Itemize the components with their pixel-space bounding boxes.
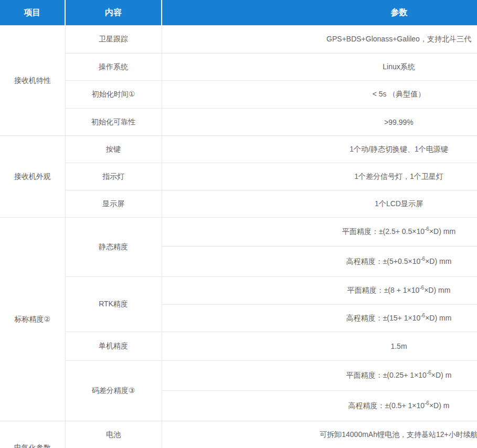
- param-cell: 1个差分信号灯，1个卫星灯: [162, 163, 477, 190]
- content-cell: 电池: [65, 421, 162, 448]
- superscript-exponent: -6: [425, 400, 429, 406]
- param-cell: 1个动/静态切换键、1个电源键: [162, 136, 477, 163]
- group-cell: 标称精度②: [0, 218, 65, 421]
- content-cell: 码差分精度③: [65, 361, 162, 421]
- table-row: 显示屏 1个LCD显示屏: [0, 190, 477, 218]
- param-text: 高程精度：±(0.5+ 1×10: [348, 401, 425, 410]
- spec-table: 项目 内容 参数 接收机特性 卫星跟踪 GPS+BDS+Glonass+Gali…: [0, 0, 477, 448]
- superscript-exponent: -6: [420, 256, 425, 262]
- group-cell: 接收机特性: [0, 26, 65, 136]
- param-cell: 1.5m: [162, 332, 477, 361]
- param-cell: 1个LCD显示屏: [162, 190, 477, 218]
- param-cell: < 5s （典型值）: [162, 81, 477, 109]
- content-cell: 卫星跟踪: [65, 26, 162, 54]
- group-cell: 接收机外观: [0, 136, 65, 218]
- param-cell: 高程精度：±(0.5+ 1×10-6×D) m: [162, 391, 477, 421]
- content-cell: 初始化时间①: [65, 81, 162, 109]
- param-text: ×D) mm: [424, 286, 450, 294]
- content-cell: RTK精度: [65, 277, 162, 332]
- superscript-exponent: -6: [425, 226, 429, 232]
- table-row: 单机精度 1.5m: [0, 332, 477, 361]
- column-header-content: 内容: [65, 0, 162, 26]
- superscript-exponent: -6: [427, 370, 431, 376]
- table-row: 初始化时间① < 5s （典型值）: [0, 81, 477, 109]
- param-cell: Linux系统: [162, 54, 477, 81]
- table-row: 接收机特性 卫星跟踪 GPS+BDS+Glonass+Galileo，支持北斗三…: [0, 26, 477, 54]
- content-cell: 指示灯: [65, 163, 162, 190]
- param-cell: 平面精度：±(0.25+ 1×10-6×D) m: [162, 361, 477, 391]
- param-text: ×D) mm: [425, 257, 451, 265]
- table-row: 指示灯 1个差分信号灯，1个卫星灯: [0, 163, 477, 190]
- param-text: 平面精度：±(0.25+ 1×10: [346, 371, 427, 379]
- param-text: 平面精度：±(8 + 1×10: [347, 286, 420, 294]
- param-text: ×D) mm: [429, 227, 455, 236]
- content-cell: 静态精度: [65, 218, 162, 277]
- table-row: 接收机外观 按键 1个动/静态切换键、1个电源键: [0, 136, 477, 163]
- param-text: ×D) m: [431, 371, 452, 379]
- param-cell: 高程精度：±(5+0.5×10-6×D) mm: [162, 247, 477, 277]
- content-cell: 操作系统: [65, 54, 162, 81]
- table-row: 标称精度② 静态精度 平面精度：±(2.5+ 0.5×10-6×D) mm: [0, 218, 477, 247]
- param-cell: 平面精度：±(2.5+ 0.5×10-6×D) mm: [162, 218, 477, 247]
- param-cell: >99.99%: [162, 109, 477, 136]
- spec-sheet-viewport: 项目 内容 参数 接收机特性 卫星跟踪 GPS+BDS+Glonass+Gali…: [0, 0, 477, 448]
- table-row: 电气化参数 电池 可拆卸14000mAh锂电池，支持基站12+小时续航: [0, 421, 477, 448]
- column-header-item: 项目: [0, 0, 65, 26]
- superscript-exponent: -6: [420, 313, 425, 318]
- table-row: 码差分精度③ 平面精度：±(0.25+ 1×10-6×D) m: [0, 361, 477, 391]
- content-cell: 按键: [65, 136, 162, 163]
- param-text: ×D) mm: [425, 314, 451, 322]
- param-cell: GPS+BDS+Glonass+Galileo，支持北斗三代: [162, 26, 477, 54]
- content-cell: 初始化可靠性: [65, 109, 162, 136]
- table-row: RTK精度 平面精度：±(8 + 1×10-6×D) mm: [0, 277, 477, 305]
- table-row: 操作系统 Linux系统: [0, 54, 477, 81]
- param-cell: 可拆卸14000mAh锂电池，支持基站12+小时续航: [162, 421, 477, 448]
- param-text: 高程精度：±(15+ 1×10: [346, 314, 421, 322]
- superscript-exponent: -6: [419, 285, 424, 291]
- param-cell: 平面精度：±(8 + 1×10-6×D) mm: [162, 277, 477, 305]
- header-row: 项目 内容 参数: [0, 0, 477, 26]
- table-header: 项目 内容 参数: [0, 0, 477, 26]
- content-cell: 显示屏: [65, 190, 162, 218]
- table-body: 接收机特性 卫星跟踪 GPS+BDS+Glonass+Galileo，支持北斗三…: [0, 26, 477, 448]
- content-cell: 单机精度: [65, 332, 162, 361]
- column-header-param: 参数: [162, 0, 477, 26]
- param-text: 高程精度：±(5+0.5×10: [346, 257, 421, 265]
- param-text: ×D) m: [429, 401, 450, 410]
- table-row: 初始化可靠性 >99.99%: [0, 109, 477, 136]
- param-text: 平面精度：±(2.5+ 0.5×10: [342, 227, 425, 236]
- group-cell: 电气化参数: [0, 421, 65, 448]
- param-cell: 高程精度：±(15+ 1×10-6×D) mm: [162, 305, 477, 332]
